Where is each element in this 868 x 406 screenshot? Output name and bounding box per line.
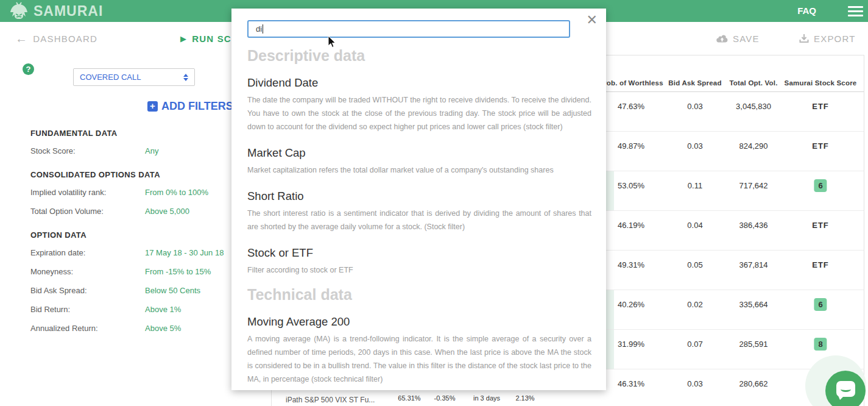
row-highlight-sliver: [605, 330, 614, 369]
filter-label: Stock Score:: [30, 146, 76, 155]
filter-value[interactable]: 17 May 18 - 30 Jun 18: [145, 248, 224, 257]
filter-value[interactable]: Above 5%: [145, 324, 181, 333]
filters-sidebar: ? COVERED CALL + ADD FILTERS FUNDAMENTAL…: [0, 55, 271, 406]
cell-vol: 824,290: [739, 141, 768, 151]
filter-option-description: Filter according to stock or ETF: [247, 263, 591, 277]
strategy-select-value: COVERED CALL: [80, 73, 183, 82]
symbol-name: iPath S&P 500 VIX ST Fu...: [286, 396, 375, 404]
back-label: DASHBOARD: [33, 34, 97, 44]
filter-value[interactable]: Below 50 Cents: [145, 286, 200, 295]
filter-label: Total Option Volume:: [30, 207, 104, 216]
cell-prob: 31.99%: [618, 340, 644, 349]
help-icon[interactable]: ?: [23, 63, 34, 75]
cell-vol: 717,642: [739, 181, 768, 190]
cell-spread: 0.05: [687, 260, 702, 269]
chat-button[interactable]: [825, 371, 866, 406]
cell-spread: 0.03: [687, 141, 702, 151]
cell-vol: 285,591: [739, 340, 768, 349]
cell-extra: 65.31%: [398, 394, 420, 402]
filter-option-title: Market Cap: [247, 146, 591, 160]
back-to-dashboard-button[interactable]: ← DASHBOARD: [15, 22, 97, 55]
cell-prob: 46.31%: [618, 379, 644, 388]
filter-list: FUNDAMENTAL DATA Stock Score: Any CONSOL…: [0, 55, 271, 343]
cell-spread: 0.04: [687, 221, 702, 230]
cell-extra: in 3 days: [473, 394, 500, 402]
filter-option-description: The date the company will be traded WITH…: [247, 93, 591, 134]
cell-prob: 47.63%: [618, 102, 644, 111]
filter-option-moving-average-200[interactable]: Moving Average 200 A moving average (MA)…: [247, 315, 591, 386]
cell-prob: 53.05%: [618, 181, 644, 190]
cell-spread: 0.02: [687, 300, 702, 309]
cell-prob: 46.19%: [618, 221, 644, 230]
filter-option-description: Market capitalization refers the total d…: [247, 163, 591, 177]
hamburger-menu-icon[interactable]: [848, 6, 863, 16]
filter-value[interactable]: Above 1%: [145, 305, 181, 314]
col-header-samurai-score: Samurai Stock Score: [785, 79, 857, 87]
filter-option-title: Stock or ETF: [247, 246, 591, 260]
play-icon: ▶: [180, 34, 187, 43]
faq-link[interactable]: FAQ: [797, 5, 816, 16]
filter-label: Bid Return:: [30, 305, 70, 314]
filter-option-short-ratio[interactable]: Short Ratio The short interest ratio is …: [247, 190, 591, 233]
filter-label: Implied volatility rank:: [30, 188, 106, 197]
stock-score-badge: 6: [814, 179, 827, 192]
samurai-helmet-icon: [9, 2, 29, 20]
add-filters-label: ADD FILTERS: [161, 100, 233, 113]
cell-score: ETF: [812, 102, 829, 111]
stock-score-badge: 8: [814, 338, 827, 351]
save-button[interactable]: SAVE: [716, 22, 760, 55]
col-header-bid-ask-spread: Bid Ask Spread: [668, 79, 721, 87]
filter-label: Expiration date:: [30, 248, 85, 257]
filter-option-title: Short Ratio: [247, 190, 591, 203]
save-label: SAVE: [733, 34, 760, 44]
filter-option-description: A moving average (MA) is a trend-followi…: [247, 332, 591, 386]
add-filters-button[interactable]: + ADD FILTERS: [147, 100, 233, 113]
filter-value[interactable]: Above 5,000: [145, 207, 189, 216]
filter-search-input[interactable]: di: [247, 20, 570, 38]
filter-value[interactable]: Any: [145, 146, 158, 155]
filter-value[interactable]: From -15% to 15%: [145, 267, 211, 276]
filter-option-market-cap[interactable]: Market Cap Market capitalization refers …: [247, 146, 591, 177]
filter-value[interactable]: From 0% to 100%: [145, 188, 208, 197]
cell-spread: 0.03: [687, 379, 702, 388]
strategy-select[interactable]: COVERED CALL: [73, 68, 195, 86]
cell-spread: 0.07: [687, 340, 702, 349]
add-filter-modal: ✕ di Descriptive data Dividend Date The …: [231, 9, 606, 390]
download-icon: [799, 34, 809, 43]
plus-icon: +: [147, 101, 158, 112]
cell-prob: 49.31%: [618, 260, 644, 269]
cell-prob: 49.87%: [618, 141, 644, 151]
modal-section-technical: Technical data: [247, 287, 591, 302]
filter-option-title: Dividend Date: [247, 76, 591, 90]
row-highlight-sliver: [605, 290, 614, 329]
brand-name: SAMURAI: [34, 3, 103, 20]
cell-score: ETF: [812, 260, 829, 269]
filter-option-dividend-date[interactable]: Dividend Date The date the company will …: [247, 76, 591, 134]
cell-vol: 386,436: [739, 221, 768, 230]
cell-extra: -0.35%: [434, 394, 456, 402]
col-header-prob-of-worthless: Prob. of Worthless: [599, 79, 663, 87]
filter-option-stock-or-etf[interactable]: Stock or ETF Filter according to stock o…: [247, 246, 591, 277]
back-arrow-icon: ←: [15, 32, 28, 45]
chat-bubble-icon: [836, 381, 855, 397]
cell-prob: 40.26%: [618, 300, 644, 309]
cell-spread: 0.11: [688, 181, 702, 190]
filter-label: Moneyness:: [30, 267, 73, 276]
text-caret: [263, 24, 263, 34]
filter-label: Bid Ask Spread:: [30, 286, 87, 295]
filter-label: Annualized Return:: [30, 324, 98, 333]
cloud-upload-icon: [716, 34, 728, 43]
close-icon[interactable]: ✕: [587, 13, 598, 27]
cell-vol: 280,662: [739, 379, 768, 388]
filter-option-description: The short interest ratio is a sentiment …: [247, 207, 591, 233]
export-button[interactable]: EXPORT: [799, 22, 856, 55]
filter-option-title: Moving Average 200: [247, 315, 591, 329]
brand-logo[interactable]: SAMURAI: [9, 2, 103, 20]
cell-score: ETF: [812, 221, 829, 230]
cell-vol: 367,814: [739, 260, 768, 269]
export-label: EXPORT: [814, 34, 856, 44]
cell-extra: 2.13%: [515, 394, 534, 402]
stock-score-badge: 6: [814, 298, 827, 311]
row-highlight-sliver: [605, 171, 614, 210]
select-arrows-icon: [183, 74, 188, 81]
